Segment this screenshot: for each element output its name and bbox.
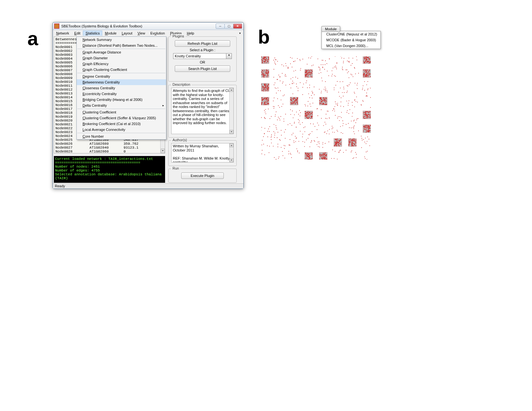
svg-point-1243 [308,138,308,139]
svg-point-1057 [271,134,272,135]
plugin-select-combo[interactable]: Knotty Centrality ▾ [173,53,232,59]
scroll-down-icon[interactable]: ▼ [230,158,233,162]
svg-point-1424 [289,153,289,154]
stats-menu-item[interactable]: Bridging Centrality (Hwang et al 2006) [77,97,166,103]
maximize-button[interactable]: ▢ [224,24,233,29]
svg-point-354 [321,78,322,78]
stats-menu-item[interactable]: Graph Diameter [77,55,166,61]
scroll-down-icon[interactable]: ▼ [230,130,233,134]
svg-point-1581 [351,151,352,151]
svg-point-247 [261,71,262,72]
stats-menu-item[interactable]: Eccentricity Centrality [77,91,166,97]
svg-point-1216 [273,146,273,146]
stats-menu-item[interactable]: Distance (Shortest Path) Between Two Nod… [77,43,166,48]
svg-point-1184 [364,127,365,128]
scroll-down-icon[interactable]: ▼ [161,149,165,153]
authors-scrollbar[interactable]: ▲ ▼ [229,143,233,162]
stats-menu-item[interactable]: Graph Average Distance [77,49,166,55]
scroll-up-icon[interactable]: ▲ [230,143,233,147]
stats-menu-item[interactable]: Clustering Coefficient [77,109,166,115]
status-console: Current loaded network : TAIR_interactio… [54,156,165,183]
menu-evolution[interactable]: Evolution [148,31,167,36]
menubar-overflow-icon[interactable]: ▾ [239,32,243,35]
menu-module[interactable]: Module [102,31,119,36]
stats-menu-item[interactable]: Degree Centrality [77,73,166,79]
svg-point-1092 [305,127,305,127]
stats-menu-item[interactable]: Network Summary [77,37,166,43]
svg-point-416 [369,70,370,71]
menu-help[interactable]: Help [184,31,197,36]
svg-point-260 [263,76,264,77]
menu-layout[interactable]: Layout [119,31,135,36]
minimize-button[interactable]: ─ [216,24,225,29]
chevron-down-icon[interactable]: ▾ [226,54,232,59]
svg-point-1480 [308,155,309,156]
svg-point-1345 [354,139,355,140]
svg-point-1562 [324,158,325,159]
stats-menu-item[interactable]: Local Average Connectivity [77,127,166,132]
description-panel: Description Attempts to find the sub-gra… [168,85,237,138]
svg-point-980 [358,118,359,119]
menu-edit[interactable]: Edit [72,31,83,36]
stats-menu-item[interactable]: Betweenness Centrality [77,79,166,85]
stats-menu-item[interactable]: Delta Centrality▸ [77,103,166,108]
stats-menu-item[interactable]: Graph Clustering Coefficient [77,67,166,73]
stats-menu-item[interactable]: Graph Efficiency [77,61,166,67]
scroll-up-icon[interactable]: ▲ [230,88,233,92]
svg-point-1573 [340,150,340,151]
module-menu-button[interactable]: Module [321,26,340,32]
stats-menu-item[interactable]: Brokering Coefficient (Cai et al 2010) [77,121,166,127]
svg-point-60 [264,59,265,60]
svg-point-236 [261,72,262,73]
menu-network[interactable]: Network [54,31,72,36]
svg-point-533 [292,81,293,82]
svg-point-110 [329,58,330,59]
svg-point-1117 [334,132,335,132]
svg-point-911 [308,111,309,112]
description-scrollbar[interactable]: ▲ ▼ [229,88,233,134]
svg-point-446 [366,76,367,77]
svg-point-1366 [349,139,350,140]
menu-view[interactable]: View [135,31,148,36]
svg-point-365 [328,75,329,76]
svg-point-1169 [365,127,366,128]
svg-point-880 [293,117,293,118]
svg-point-1427 [291,154,291,155]
close-button[interactable]: ✕ [233,24,242,29]
svg-point-1194 [369,131,369,132]
svg-point-733 [297,103,298,103]
execute-plugin-button[interactable]: Execute Plugin [181,172,224,179]
stats-menu-item[interactable]: Closeness Centrality [77,85,166,91]
svg-point-345 [308,77,309,78]
svg-point-1125 [341,132,341,133]
svg-point-1245 [314,140,314,141]
svg-point-1276 [339,146,340,147]
svg-point-823 [335,102,336,102]
svg-point-978 [341,117,342,118]
svg-point-517 [268,84,269,85]
svg-point-1479 [310,157,310,158]
refresh-plugin-list-button[interactable]: Refresh Plugin List [175,40,230,47]
svg-point-788 [326,98,327,99]
module-menu-item[interactable]: MCL (Van Dongen 2000)... [322,43,380,49]
svg-point-515 [267,89,268,90]
stats-menu-item[interactable]: Clustering Coefficient (Soffer & Vázquez… [77,115,166,121]
titlebar[interactable]: SBEToolbox (Systems Biology & Evolution … [53,23,243,30]
menu-statistics[interactable]: Statistics [83,31,102,36]
svg-point-1494 [307,153,308,154]
authors-textarea[interactable]: Written by Murray Shanahan, October 2011… [171,143,234,162]
svg-point-730 [294,102,295,103]
module-menu-item[interactable]: ClusterONE (Nepusz et al 2012) [322,31,380,37]
module-menu-item[interactable]: MCODE (Bader & Hogue 2003) [322,37,380,43]
description-textarea[interactable]: Attempts to find the sub-graph of CIJ wi… [171,88,234,134]
svg-point-677 [283,95,283,96]
svg-point-1516 [320,155,320,156]
svg-point-794 [321,103,322,104]
svg-point-953 [312,114,313,115]
svg-point-574 [342,81,343,82]
stats-menu-item[interactable]: Core Number [77,133,166,139]
search-plugin-list-button[interactable]: Search Plugin List [175,65,230,72]
svg-point-827 [334,106,335,107]
svg-point-1189 [369,128,370,129]
console-line: (TAIR) [55,176,164,180]
